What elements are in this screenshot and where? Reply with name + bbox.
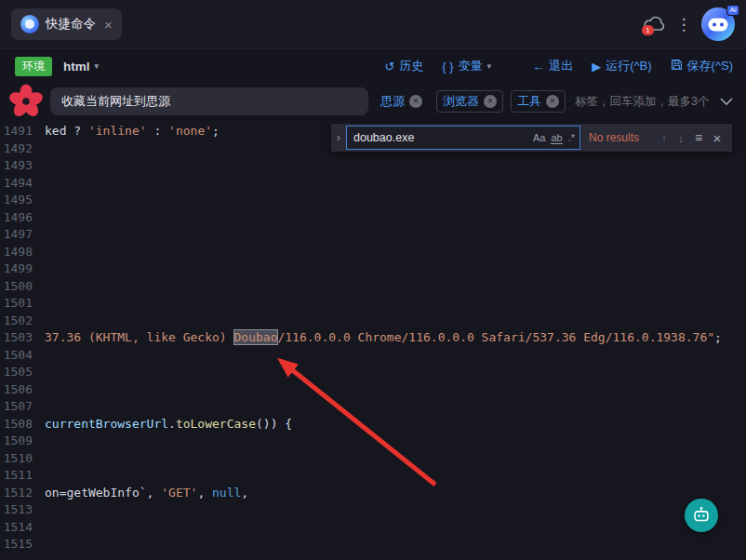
code-line[interactable]: currentBrowserUrl.toLowerCase()) { — [45, 416, 746, 433]
tag-remove-icon[interactable]: × — [546, 95, 559, 108]
tab-quick-command[interactable]: 快捷命令 × — [11, 8, 122, 40]
code-line[interactable] — [45, 364, 746, 381]
titlebar-right: 1 ⋮ AI — [642, 6, 737, 43]
code-line[interactable] — [45, 278, 746, 296]
tag-chip[interactable]: 工具 × — [511, 90, 566, 113]
code-token: currentBrowserUrl — [45, 417, 168, 431]
code-line[interactable] — [45, 192, 746, 209]
previous-match-icon[interactable]: ↑ — [656, 131, 673, 145]
play-icon: ▶ — [592, 60, 601, 73]
line-number: 1508 — [0, 416, 37, 433]
line-number: 1502 — [0, 313, 37, 330]
variables-label: 变量 — [459, 58, 483, 74]
code-token: 'GET' — [161, 486, 197, 500]
line-number: 1514 — [0, 519, 37, 537]
code-line[interactable]: 37.36 (KHTML, like Gecko) Doubao/116.0.0… — [45, 329, 746, 347]
code-line[interactable] — [45, 347, 746, 365]
code-editor[interactable]: 1491149214931494149514961497149814991500… — [0, 121, 746, 560]
line-number: 1513 — [0, 501, 37, 519]
code-line[interactable] — [45, 433, 746, 450]
toolbar: 环境 html ▾ ↺ 历史 { } 变量 ▾ ← 退出 ▶ 运行(^B) — [0, 48, 746, 83]
robot-icon — [691, 505, 712, 526]
line-number: 1499 — [0, 260, 37, 278]
code-line[interactable] — [45, 260, 746, 278]
assistant-robot-button[interactable] — [685, 499, 718, 532]
back-arrow-icon: ← — [532, 60, 544, 73]
code-line[interactable] — [45, 536, 746, 553]
line-number: 1506 — [0, 381, 37, 399]
command-meta-row: 收藏当前网址到思源 思源 × 浏览器 × 工具 × 标签，回车添加，最多3个 — [0, 82, 746, 121]
code-token: 'inline' — [88, 124, 147, 138]
tag-label: 思源 — [380, 93, 405, 110]
tag-remove-icon[interactable]: × — [409, 95, 422, 108]
code-token: . — [168, 417, 176, 431]
find-close-icon[interactable]: × — [708, 130, 726, 146]
favorite-star-icon[interactable] — [7, 84, 45, 119]
code-token: , — [197, 486, 212, 500]
find-input[interactable]: doubao.exe Aa ab .* — [346, 126, 580, 150]
code-line[interactable]: on=getWebInfo`, 'GET', null, — [45, 485, 746, 502]
code-line[interactable] — [45, 467, 746, 485]
code-line[interactable] — [45, 501, 746, 519]
history-button[interactable]: ↺ 历史 — [384, 58, 423, 74]
whole-word-toggle[interactable]: ab — [551, 132, 562, 144]
code-line[interactable] — [45, 175, 746, 193]
line-number: 1491 — [0, 123, 37, 140]
line-number: 1496 — [0, 209, 37, 227]
code-token: ; — [212, 124, 220, 138]
exit-label: 退出 — [549, 58, 573, 74]
line-number: 1511 — [0, 467, 37, 485]
environment-button[interactable]: 环境 — [15, 57, 52, 76]
regex-toggle[interactable]: .* — [568, 132, 575, 143]
run-button[interactable]: ▶ 运行(^B) — [592, 58, 651, 74]
language-selector[interactable]: html ▾ — [63, 60, 99, 73]
tag-chip[interactable]: 浏览器 × — [436, 90, 503, 113]
code-line[interactable] — [45, 450, 746, 468]
next-match-icon[interactable]: ↓ — [673, 131, 689, 145]
tag-label: 浏览器 — [443, 93, 479, 110]
code-token: , — [241, 486, 248, 500]
code-line[interactable] — [45, 519, 746, 537]
line-number: 1492 — [0, 140, 37, 158]
code-token: ked ? — [45, 124, 88, 138]
variables-button[interactable]: { } 变量 ▾ — [442, 58, 491, 74]
line-number: 1495 — [0, 192, 37, 209]
find-in-selection-icon[interactable]: ≡ — [689, 130, 708, 145]
collapse-chevron-icon[interactable] — [720, 98, 733, 106]
tags-placeholder: 标签，回车添加，最多3个 — [575, 94, 709, 110]
toolbar-actions: ↺ 历史 { } 变量 ▾ ← 退出 ▶ 运行(^B) 保存(^S) — [384, 58, 733, 74]
code-line[interactable] — [45, 295, 746, 313]
code-line[interactable] — [45, 398, 746, 416]
code-token: toLowerCase — [176, 417, 256, 431]
code-token: /116.0.0.0 Chrome/116.0.0.0 Safari/537.3… — [277, 330, 714, 344]
titlebar: 快捷命令 × 1 ⋮ AI — [0, 0, 746, 48]
tag-chip[interactable]: 思源 × — [380, 90, 429, 113]
find-query-text: doubao.exe — [353, 131, 527, 144]
history-label: 历史 — [399, 58, 423, 74]
history-icon: ↺ — [384, 60, 394, 73]
save-button[interactable]: 保存(^S) — [671, 58, 733, 74]
code-line[interactable] — [45, 244, 746, 261]
code-line[interactable] — [45, 381, 746, 399]
chevron-down-icon: ▾ — [95, 61, 100, 71]
code-token: 'none' — [168, 124, 212, 138]
code-token: on=getWebInfo` — [45, 486, 147, 500]
cloud-sync-icon[interactable]: 1 — [642, 13, 668, 35]
code-line[interactable] — [45, 226, 746, 244]
more-menu-icon[interactable]: ⋮ — [675, 15, 692, 34]
toggle-replace-chevron-icon[interactable]: › — [331, 124, 346, 152]
line-number: 1494 — [0, 175, 37, 193]
ai-badge: AI — [726, 5, 739, 16]
braces-icon: { } — [442, 60, 453, 73]
code-line[interactable] — [45, 157, 746, 175]
command-title-input[interactable]: 收藏当前网址到思源 — [50, 87, 368, 115]
app-logo[interactable]: AI — [699, 6, 737, 43]
tag-remove-icon[interactable]: × — [484, 95, 497, 108]
tab-close-icon[interactable]: × — [104, 17, 113, 33]
code-line[interactable] — [45, 313, 746, 330]
line-number: 1501 — [0, 295, 37, 313]
code-line[interactable] — [45, 209, 746, 227]
find-results-status: No results — [589, 131, 650, 144]
match-case-toggle[interactable]: Aa — [533, 132, 545, 143]
exit-button[interactable]: ← 退出 — [532, 58, 573, 74]
